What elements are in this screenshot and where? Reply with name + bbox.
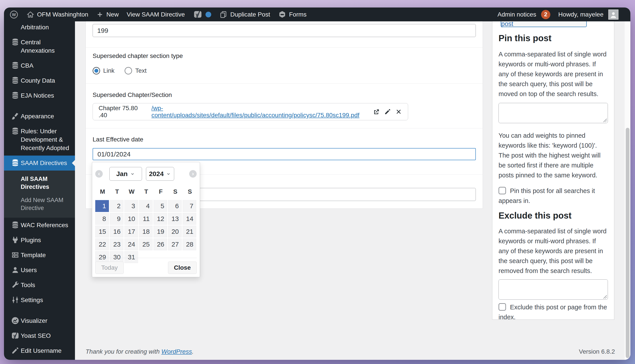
today-button[interactable]: Today (95, 262, 124, 274)
calendar-day[interactable]: 15 (95, 226, 109, 238)
pin-all-searches-checkbox[interactable] (498, 187, 506, 194)
wordpress-logo-icon[interactable]: W (9, 10, 19, 19)
plug-icon (11, 236, 20, 246)
calendar-day[interactable]: 12 (154, 213, 167, 225)
radio-text[interactable] (125, 67, 132, 74)
forms-hexagon-icon (278, 10, 286, 19)
divider (86, 128, 483, 128)
calendar-day[interactable]: 11 (139, 213, 153, 225)
sidebar-item-plugins[interactable]: Plugins (4, 233, 75, 248)
sidebar-item-tools[interactable]: Tools (4, 278, 75, 292)
sidebar-item-rules[interactable]: Rules: Under Development & Recently Adop… (4, 124, 75, 156)
sidebar-item-yoast-seo[interactable]: y Yoast SEO (4, 328, 75, 343)
sidebar-item-county-data[interactable]: County Data (4, 73, 75, 88)
year-select[interactable]: 2024 (146, 167, 174, 181)
exclude-from-index-checkbox[interactable] (498, 303, 506, 311)
month-select[interactable]: Jan (109, 167, 142, 181)
sidebar-item-eja-notices[interactable]: EJA Notices (4, 88, 75, 103)
scrollbar-thumb[interactable] (626, 128, 629, 358)
view-directive-link[interactable]: View SAAM Directive (127, 11, 185, 18)
resize-grip-icon[interactable] (603, 118, 607, 122)
radio-option-link[interactable]: Link (93, 67, 115, 74)
sidebar-item-collapse-menu[interactable]: Collapse Menu (4, 358, 75, 360)
scrollbar-track[interactable] (625, 21, 630, 360)
chevron-down-icon (130, 171, 135, 176)
chapter-pdf-link[interactable]: /wp-content/uploads/sites/default/files/… (152, 105, 369, 119)
admin-notices-menu[interactable]: Admin notices (497, 11, 536, 18)
calendar-day[interactable]: 5 (154, 200, 167, 212)
edit-pencil-icon[interactable] (384, 108, 391, 115)
account-menu[interactable]: Howdy, mayelee (558, 11, 603, 18)
calendar-day[interactable]: 6 (168, 200, 182, 212)
calendar-day[interactable]: 14 (183, 213, 196, 225)
calendar-day[interactable]: 13 (168, 213, 182, 225)
sidebar-item-central-annexations[interactable]: Central Annexations (4, 35, 75, 58)
calendar-day[interactable]: 7 (183, 200, 196, 212)
calendar-day[interactable]: 28 (183, 238, 196, 250)
user-icon (11, 266, 20, 276)
sidebar-item-saam-directives[interactable]: SAAM Directives (4, 156, 75, 170)
section-type-radios: Link Text (93, 67, 476, 74)
exclude-keywords-textarea[interactable] (499, 280, 608, 300)
yoast-menu[interactable]: y (193, 10, 211, 19)
radio-option-text[interactable]: Text (125, 67, 146, 74)
calendar-day[interactable]: 10 (124, 213, 138, 225)
calendar-day[interactable]: 17 (124, 226, 138, 238)
calendar-day[interactable]: 27 (168, 238, 182, 250)
relevanssi-panel: How Relevanssi sees this post Pin this p… (492, 13, 614, 320)
seo-status-dot (206, 12, 211, 18)
next-month-icon[interactable]: › (189, 170, 197, 178)
calendar-day[interactable]: 16 (110, 226, 124, 238)
sidebar-item-visualizer[interactable]: Visualizer (4, 313, 75, 328)
calendar-day[interactable]: 22 (95, 238, 109, 250)
calendar-day[interactable]: 4 (139, 200, 153, 212)
calendar-day[interactable]: 9 (110, 213, 124, 225)
submenu-add-new-saam-directive[interactable]: Add New SAAM Directive (21, 196, 72, 212)
sidebar-item-users[interactable]: Users (4, 263, 75, 278)
sidebar-item-appearance[interactable]: Appearance (4, 109, 75, 124)
sidebar-item-arbitration[interactable]: Arbitration (4, 21, 75, 35)
calendar-day[interactable]: 26 (154, 238, 167, 250)
calendar-grid: 1 2 3 4 5 6 7 8 9 10 11 12 13 14 15 16 1… (95, 200, 197, 263)
external-link-icon[interactable] (373, 108, 380, 116)
calendar-day-selected[interactable]: 1 (95, 200, 109, 212)
sidebar-item-template[interactable]: Template (4, 248, 75, 263)
submenu-all-saam-directives[interactable]: All SAAM Directives (21, 175, 75, 191)
calendar-day[interactable]: 2 (110, 200, 124, 212)
exclude-from-index-row: Exclude this post or page from the index… (498, 302, 608, 320)
calendar-day[interactable]: 23 (110, 238, 124, 250)
footer-version: Version 6.8.2 (579, 348, 615, 355)
sidebar-item-settings[interactable]: Settings (4, 292, 75, 308)
site-name: OFM Washinghton (37, 11, 88, 18)
calendar-day[interactable]: 21 (183, 226, 196, 238)
layout-icon (11, 251, 20, 261)
new-menu[interactable]: New (96, 11, 119, 18)
calendar-day[interactable]: 3 (124, 200, 138, 212)
chapter-number-input[interactable] (93, 24, 476, 37)
duplicate-post-menu[interactable]: Duplicate Post (219, 10, 270, 19)
pin-this-post-heading: Pin this post (498, 33, 608, 43)
calendar-day[interactable]: 8 (95, 213, 109, 225)
calendar-day[interactable]: 24 (124, 238, 138, 250)
chapter-text: Chapter 75.80 .40 (99, 105, 148, 119)
pin-keywords-textarea[interactable] (499, 103, 608, 123)
forms-menu[interactable]: Forms (278, 10, 306, 19)
calendar-day[interactable]: 19 (154, 226, 167, 238)
prev-month-icon[interactable]: ‹ (95, 170, 103, 178)
wordpress-link[interactable]: WordPress (161, 348, 192, 355)
pencil-icon (11, 346, 20, 357)
close-button[interactable]: Close (168, 262, 197, 274)
page-area: Superseded chapter section type Link Tex… (75, 8, 625, 360)
last-effective-date-input[interactable] (93, 148, 476, 160)
site-menu[interactable]: OFM Washinghton (27, 10, 88, 18)
sidebar-item-edit-username[interactable]: Edit Username (4, 343, 75, 358)
remove-x-icon[interactable] (395, 108, 402, 115)
calendar-day[interactable]: 25 (139, 238, 153, 250)
sidebar-item-wac-references[interactable]: WAC References (4, 218, 75, 233)
radio-link[interactable] (93, 67, 100, 74)
sidebar-item-cba[interactable]: CBA (4, 58, 75, 73)
calendar-day[interactable]: 20 (168, 226, 182, 238)
resize-grip-icon[interactable] (603, 294, 607, 298)
avatar[interactable] (608, 10, 618, 20)
calendar-day[interactable]: 18 (139, 226, 153, 238)
